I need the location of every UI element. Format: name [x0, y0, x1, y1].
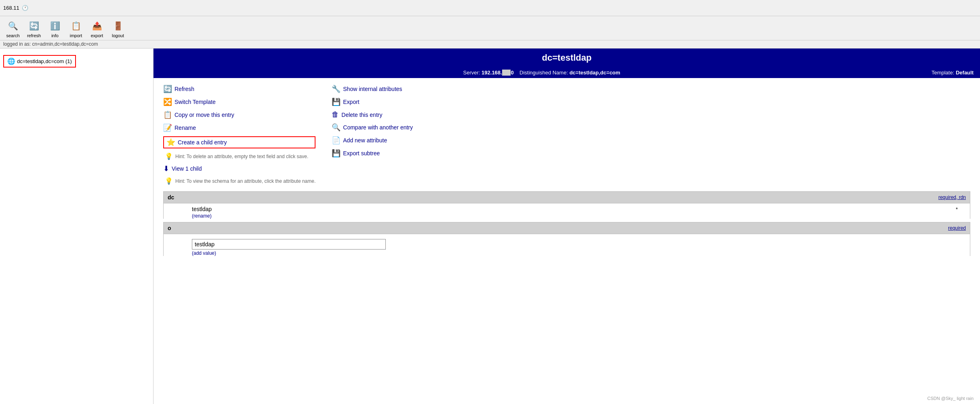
- attr-o-input[interactable]: [192, 239, 386, 250]
- create-child-icon: ⭐: [166, 138, 175, 147]
- attr-dc-rename[interactable]: (rename): [168, 213, 966, 219]
- server-address: 168.11: [3, 5, 19, 11]
- copy-move-link[interactable]: 📋 Copy or move this entry: [163, 110, 315, 119]
- show-internal-icon: 🔧: [332, 85, 341, 93]
- top-bar: 168.11 🕐: [0, 0, 980, 16]
- dn-label: Distinguished Name:: [519, 70, 568, 76]
- server-value: 192.168.xxx0: [482, 70, 514, 76]
- main-layout: 🌐 dc=testldap,dc=com (1) dc=testldap Ser…: [0, 49, 980, 404]
- export-link[interactable]: 💾 Export: [332, 97, 413, 106]
- search-button[interactable]: 🔍 search: [3, 18, 23, 39]
- action-area: 🔄 Refresh 🔀 Switch Template 📋 Copy or mo…: [154, 78, 980, 191]
- delete-entry-icon: 🗑: [332, 110, 339, 119]
- info-button[interactable]: ℹ️ info: [45, 18, 65, 39]
- server-label: Server:: [463, 70, 480, 76]
- attribute-dc: dc required, rdn testldap * (rename): [163, 191, 970, 222]
- refresh-action-icon: 🔄: [163, 85, 172, 93]
- attr-o-meta[interactable]: required: [948, 225, 966, 231]
- logout-icon: 🚪: [111, 19, 125, 33]
- template-value: Default: [956, 70, 974, 76]
- server-info: Server: 192.168.xxx0 Distinguished Name:…: [160, 70, 923, 76]
- attr-o-name: o: [168, 225, 171, 231]
- info-icon: ℹ️: [48, 19, 62, 33]
- export-icon: 📤: [90, 19, 104, 33]
- switch-template-link[interactable]: 🔀 Switch Template: [163, 97, 315, 106]
- content-header: dc=testldap: [154, 49, 980, 67]
- rename-icon: 📝: [163, 123, 172, 132]
- logout-button[interactable]: 🚪 logout: [108, 18, 128, 39]
- logged-in-text: logged in as: cn=admin,dc=testldap,dc=co…: [0, 40, 980, 49]
- view-child-link[interactable]: ⬇ View 1 child: [163, 164, 315, 173]
- globe-icon: 🌐: [7, 57, 15, 65]
- clock-icon: 🕐: [22, 5, 28, 11]
- attr-dc-header: dc required, rdn: [163, 191, 970, 203]
- tree-node-label: dc=testldap,dc=com (1): [17, 58, 72, 64]
- attr-o-add-value[interactable]: (add value): [168, 250, 966, 256]
- attr-dc-name: dc: [168, 194, 174, 201]
- export-subtree-icon: 💾: [332, 149, 341, 158]
- attr-o-value-row: (add value): [163, 234, 970, 256]
- refresh-icon: 🔄: [27, 19, 41, 33]
- toolbar: 🔍 search 🔄 refresh ℹ️ info 📋 import 📤 ex…: [0, 16, 980, 40]
- attribute-o: o required (add value): [163, 222, 970, 259]
- watermark: CSDN @Sky_ light rain: [927, 396, 974, 401]
- action-row: 🔄 Refresh 🔀 Switch Template 📋 Copy or mo…: [163, 85, 970, 185]
- export-subtree-link[interactable]: 💾 Export subtree: [332, 149, 413, 158]
- refresh-button[interactable]: 🔄 refresh: [24, 18, 44, 39]
- hint-icon-2: 💡: [165, 177, 173, 185]
- tree-node-root[interactable]: 🌐 dc=testldap,dc=com (1): [3, 55, 76, 68]
- dn-value: dc=testldap,dc=com: [570, 70, 620, 76]
- delete-entry-link[interactable]: 🗑 Delete this entry: [332, 110, 413, 119]
- hint-delete: 💡 Hint: To delete an attribute, empty th…: [163, 152, 315, 160]
- page-title: dc=testldap: [542, 53, 592, 63]
- rename-link[interactable]: 📝 Rename: [163, 123, 315, 132]
- template-info: Template: Default: [932, 70, 974, 76]
- search-icon: 🔍: [6, 19, 20, 33]
- hint-icon-1: 💡: [165, 152, 173, 160]
- attr-dc-meta[interactable]: required, rdn: [938, 195, 966, 200]
- compare-link[interactable]: 🔍 Compare with another entry: [332, 123, 413, 132]
- import-icon: 📋: [69, 19, 83, 33]
- export-action-icon: 💾: [332, 97, 341, 106]
- right-actions: 🔧 Show internal attributes 💾 Export 🗑 De…: [332, 85, 413, 185]
- hint-schema: 💡 Hint: To view the schema for an attrib…: [163, 177, 315, 185]
- attr-dc-value: testldap: [168, 206, 212, 212]
- export-button[interactable]: 📤 export: [87, 18, 107, 39]
- refresh-link[interactable]: 🔄 Refresh: [163, 85, 315, 93]
- sidebar: 🌐 dc=testldap,dc=com (1): [0, 49, 154, 404]
- attr-dc-value-row: testldap * (rename): [163, 203, 970, 219]
- view-child-icon: ⬇: [163, 164, 169, 173]
- add-attribute-link[interactable]: 📄 Add new attribute: [332, 136, 413, 145]
- create-child-link[interactable]: ⭐ Create a child entry: [163, 136, 315, 148]
- content-area: dc=testldap Server: 192.168.xxx0 Disting…: [154, 49, 980, 404]
- copy-move-icon: 📋: [163, 110, 172, 119]
- left-actions: 🔄 Refresh 🔀 Switch Template 📋 Copy or mo…: [163, 85, 315, 185]
- switch-template-icon: 🔀: [163, 97, 172, 106]
- content-subheader: Server: 192.168.xxx0 Distinguished Name:…: [154, 67, 980, 78]
- show-internal-link[interactable]: 🔧 Show internal attributes: [332, 85, 413, 93]
- attr-o-header: o required: [163, 222, 970, 234]
- compare-icon: 🔍: [332, 123, 341, 132]
- import-button[interactable]: 📋 import: [66, 18, 86, 39]
- attr-dc-asterisk: *: [956, 206, 958, 212]
- add-attribute-icon: 📄: [332, 136, 341, 145]
